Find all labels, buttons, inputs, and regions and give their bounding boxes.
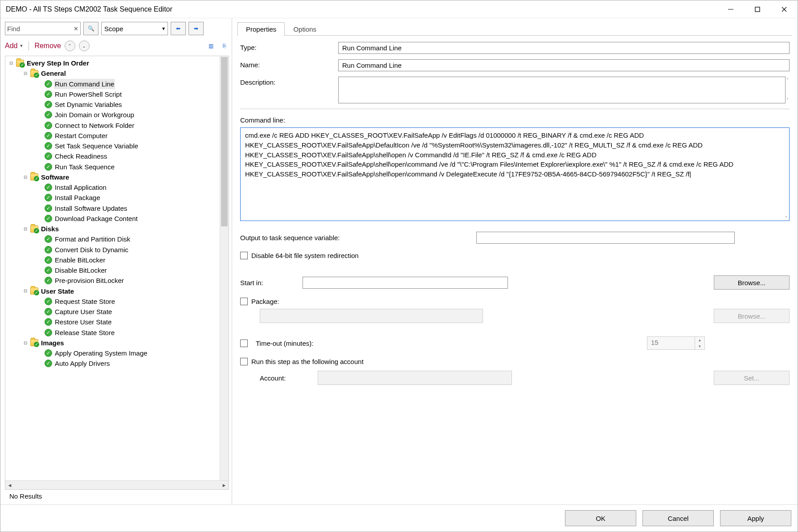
tree-item[interactable]: Download Package Content <box>54 213 139 224</box>
tree-item[interactable]: Check Readiness <box>54 151 108 161</box>
check-icon: ✓ <box>45 111 52 119</box>
expander-icon[interactable]: ⊟ <box>8 60 14 67</box>
ok-button[interactable]: OK <box>565 510 636 526</box>
tree-item[interactable]: Join Domain or Workgroup <box>54 110 135 120</box>
tree-item[interactable]: Install Application <box>54 182 107 192</box>
expander-icon[interactable]: ⊟ <box>22 287 29 295</box>
tree-item[interactable]: Connect to Network Folder <box>54 120 135 131</box>
disable-redirect-checkbox[interactable] <box>240 252 248 259</box>
tree-group-label[interactable]: Images <box>40 338 65 348</box>
output-var-label: Output to task sequence variable: <box>240 234 472 241</box>
chevron-down-icon: ▾ <box>162 25 165 32</box>
check-icon: ✓ <box>45 360 52 367</box>
start-in-input[interactable] <box>303 277 508 289</box>
check-icon: ✓ <box>45 184 52 191</box>
horizontal-scrollbar[interactable]: ◄ ► <box>5 480 229 489</box>
tree-item[interactable]: Install Software Updates <box>54 203 128 213</box>
close-button[interactable] <box>771 0 798 18</box>
expander-icon[interactable]: ⊟ <box>22 70 29 77</box>
expand-all-button[interactable]: ⌄ <box>79 41 90 51</box>
apply-button[interactable]: Apply <box>720 510 791 526</box>
account-input <box>318 371 512 385</box>
name-input[interactable]: Run Command Line <box>338 59 790 71</box>
check-icon: ✓ <box>45 122 52 129</box>
search-button[interactable]: 🔍 <box>83 22 98 35</box>
tab-properties[interactable]: Properties <box>237 22 285 36</box>
tree-item[interactable]: Run Task Sequence <box>54 162 115 172</box>
name-label: Name: <box>240 59 338 69</box>
expander-icon[interactable]: ⊟ <box>22 174 29 181</box>
tree-item[interactable]: Request State Store <box>54 296 116 307</box>
svg-rect-1 <box>755 7 760 12</box>
disable-redirect-label: Disable 64-bit file system redirection <box>251 252 359 259</box>
search-icon: 🔍 <box>88 25 94 32</box>
check-icon: ✓ <box>45 194 52 201</box>
add-menu[interactable]: Add ▼ <box>5 42 23 50</box>
check-icon: ✓ <box>45 101 52 108</box>
chevron-down-icon: ▼ <box>19 44 23 48</box>
package-label: Package: <box>251 298 279 305</box>
find-input[interactable]: Find ✕ <box>5 22 81 35</box>
check-icon: ✓ <box>45 132 52 139</box>
tool-icon-2[interactable]: ⎘ <box>219 41 229 51</box>
scroll-left-icon[interactable]: ◄ <box>5 481 14 489</box>
tree-item[interactable]: Format and Partition Disk <box>54 234 131 244</box>
tree-item[interactable]: Convert Disk to Dynamic <box>54 245 129 255</box>
tree-item[interactable]: Apply Operating System Image <box>54 348 148 358</box>
tree-item[interactable]: Set Dynamic Variables <box>54 99 123 110</box>
scope-select[interactable]: Scope ▾ <box>101 22 168 35</box>
scroll-right-icon[interactable]: ► <box>220 481 229 489</box>
output-var-input[interactable] <box>476 232 735 244</box>
tree-item[interactable]: Auto Apply Drivers <box>54 358 110 368</box>
tree-item[interactable]: Pre-provision BitLocker <box>54 275 125 286</box>
tree-item[interactable]: Release State Store <box>54 327 115 338</box>
tree-item[interactable]: Run Command Line <box>54 79 115 89</box>
package-checkbox[interactable] <box>240 298 248 305</box>
tree-item[interactable]: Run PowerShell Script <box>54 89 123 99</box>
description-input[interactable] <box>338 77 786 103</box>
check-icon: ✓ <box>45 246 52 254</box>
tree-item[interactable]: Enable BitLocker <box>54 255 106 265</box>
tree-item[interactable]: Install Package <box>54 192 101 203</box>
tree-item[interactable]: Disable BitLocker <box>54 265 108 275</box>
spinner-up-icon: ▲ <box>695 337 704 343</box>
scrollbar-track[interactable] <box>14 481 220 489</box>
folder-icon <box>30 225 38 233</box>
tree-item[interactable]: Capture User State <box>54 307 113 317</box>
expander-icon[interactable]: ⊟ <box>22 340 29 347</box>
folder-icon <box>16 60 24 67</box>
scrollbar-thumb[interactable] <box>221 57 228 226</box>
find-placeholder: Find <box>7 25 20 33</box>
tree-item[interactable]: Set Task Sequence Variable <box>54 141 139 151</box>
remove-button[interactable]: Remove <box>34 42 61 50</box>
tree-root-label[interactable]: Every Step In Order <box>26 58 90 68</box>
textarea-scroll[interactable]: ˄˅ <box>786 77 790 103</box>
run-as-checkbox[interactable] <box>240 358 248 365</box>
nav-next-button[interactable]: ➡ <box>188 22 204 35</box>
maximize-button[interactable] <box>744 0 771 18</box>
tree-group-label[interactable]: User State <box>40 286 75 296</box>
command-line-input[interactable]: cmd.exe /c REG ADD HKEY_CLASSES_ROOT\XEV… <box>240 127 790 221</box>
tree-group-label[interactable]: General <box>40 68 67 78</box>
tree-group-label[interactable]: Disks <box>40 224 60 234</box>
tree[interactable]: ⊟Every Step In Order⊟General✓Run Command… <box>5 56 220 480</box>
nav-prev-button[interactable]: ⬅ <box>171 22 186 35</box>
tree-group-label[interactable]: Software <box>40 172 70 182</box>
tool-icon-1[interactable]: ▥ <box>206 41 216 51</box>
timeout-label: Time-out (minutes): <box>256 340 313 347</box>
tab-options[interactable]: Options <box>285 22 325 36</box>
minimize-button[interactable] <box>717 0 744 18</box>
check-icon: ✓ <box>45 277 52 284</box>
clear-find-icon[interactable]: ✕ <box>74 25 78 32</box>
browse-start-in-button[interactable]: Browse... <box>714 275 790 290</box>
tree-item[interactable]: Restart Computer <box>54 131 108 141</box>
check-icon: ✓ <box>45 318 52 326</box>
timeout-checkbox[interactable] <box>240 340 248 347</box>
collapse-all-button[interactable]: ⌃ <box>65 41 75 51</box>
vertical-scrollbar[interactable] <box>220 56 229 480</box>
check-icon: ✓ <box>45 349 52 357</box>
tree-item[interactable]: Restore User State <box>54 317 113 327</box>
expander-icon[interactable]: ⊟ <box>22 225 29 233</box>
cancel-button[interactable]: Cancel <box>642 510 714 526</box>
check-icon: ✓ <box>45 90 52 98</box>
